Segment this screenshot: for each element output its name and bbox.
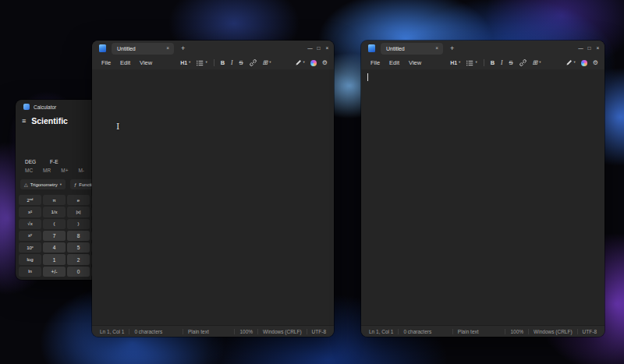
calc-key-1[interactable]: 1 <box>43 254 66 264</box>
status-line-ending: Windows (CRLF) <box>257 329 306 334</box>
minimize-button[interactable]: — <box>306 46 314 51</box>
status-bar-2: Ln 1, Col 1 0 characters Plain text 100%… <box>361 325 604 337</box>
chevron-down-icon: ▾ <box>269 61 271 65</box>
menu-view[interactable]: View <box>135 59 157 66</box>
list-button[interactable]: ▾ <box>197 60 207 66</box>
text-editor-area-2[interactable] <box>361 69 604 325</box>
calc-key-reciprocal[interactable]: 1/x <box>43 207 66 217</box>
memory-add-button[interactable]: M+ <box>61 168 68 175</box>
calc-key-abs[interactable]: |x| <box>67 207 90 217</box>
new-tab-button[interactable]: + <box>450 45 454 52</box>
maximize-button[interactable]: □ <box>585 46 594 51</box>
calculator-app-icon <box>23 104 30 110</box>
heading-style-button[interactable]: H1 ▾ <box>180 60 190 65</box>
toolbar-divider <box>484 59 484 66</box>
tab-close-icon[interactable]: × <box>434 46 440 51</box>
menu-file[interactable]: File <box>366 59 385 66</box>
memory-recall-button[interactable]: MR <box>43 168 51 175</box>
toolbar-right-group: ▾ ⚙ <box>566 59 598 66</box>
bold-button[interactable]: B <box>491 60 495 66</box>
calc-key-open-paren[interactable]: ( <box>43 219 66 229</box>
calc-key-7[interactable]: 7 <box>43 231 66 241</box>
formatting-toolbar: H1 ▾ ▾ B I S <box>180 59 271 66</box>
tab-close-icon[interactable]: × <box>165 46 171 51</box>
formatting-toggle-button[interactable]: ▾ <box>566 59 576 66</box>
formatting-toggle-button[interactable]: ▾ <box>295 59 305 66</box>
chevron-down-icon: ▾ <box>189 61 190 65</box>
table-button[interactable]: ⊞ ▾ <box>533 60 541 66</box>
strikethrough-button[interactable]: S <box>509 60 513 66</box>
calc-key-5[interactable]: 5 <box>67 242 90 253</box>
settings-gear-icon[interactable]: ⚙ <box>322 60 328 66</box>
status-line-ending: Windows (CRLF) <box>528 329 576 334</box>
mouse-ibeam-cursor: I <box>116 122 119 132</box>
calc-key-power[interactable]: xʸ <box>19 231 41 241</box>
titlebar-1[interactable]: Untitled × + — □ × <box>92 41 334 56</box>
tab-untitled-1[interactable]: Untitled × <box>112 43 174 55</box>
memory-subtract-button[interactable]: M- <box>78 168 84 175</box>
new-tab-button[interactable]: + <box>181 45 185 52</box>
calc-key-ln[interactable]: ln <box>19 267 41 277</box>
calc-key-4[interactable]: 4 <box>43 242 66 253</box>
heading-style-button[interactable]: H1 ▾ <box>450 60 460 65</box>
menu-edit[interactable]: Edit <box>115 59 135 66</box>
calc-key-e[interactable]: e <box>67 195 90 205</box>
notepad-app-icon <box>368 44 375 52</box>
memory-clear-button[interactable]: MC <box>25 168 33 175</box>
copilot-icon[interactable] <box>310 60 317 66</box>
calc-key-8[interactable]: 8 <box>67 231 90 241</box>
tab-untitled-2[interactable]: Untitled × <box>381 43 443 55</box>
trigonometry-label: Trigonometry <box>30 182 58 187</box>
status-doc-format: Plain text <box>183 329 214 334</box>
status-bar-1: Ln 1, Col 1 0 characters Plain text 100%… <box>92 325 334 337</box>
close-button[interactable]: × <box>323 46 332 51</box>
copilot-icon[interactable] <box>581 60 587 66</box>
notepad-app-icon <box>99 44 106 52</box>
settings-gear-icon[interactable]: ⚙ <box>593 60 598 66</box>
status-char-count: 0 characters <box>129 329 167 334</box>
calc-key-square[interactable]: x² <box>19 207 41 217</box>
navigation-menu-icon[interactable]: ≡ <box>22 118 26 125</box>
chevron-down-icon: ▾ <box>475 61 477 65</box>
strikethrough-button[interactable]: S <box>239 60 243 66</box>
link-button[interactable] <box>250 59 257 66</box>
close-button[interactable]: × <box>594 46 602 51</box>
calc-key-sqrt[interactable]: √x <box>19 219 41 229</box>
calc-key-negate[interactable]: +/- <box>43 267 66 277</box>
menu-edit[interactable]: Edit <box>385 59 404 66</box>
menu-file[interactable]: File <box>97 59 115 66</box>
list-button[interactable]: ▾ <box>466 60 477 66</box>
chevron-down-icon: ▾ <box>574 61 576 65</box>
menu-view[interactable]: View <box>404 59 426 66</box>
calc-key-2nd[interactable]: 2ⁿᵈ <box>19 195 41 205</box>
calc-key-log[interactable]: log <box>19 254 41 264</box>
fe-button[interactable]: F-E <box>50 159 58 164</box>
pen-icon <box>566 59 573 66</box>
chevron-down-icon: ▾ <box>205 61 207 65</box>
maximize-button[interactable]: □ <box>314 46 323 51</box>
calc-key-0[interactable]: 0 <box>67 267 90 277</box>
calculator-title: Calculator <box>34 104 56 110</box>
deg-button[interactable]: DEG <box>25 159 36 164</box>
trigonometry-dropdown[interactable]: △ Trigonometry ▾ <box>20 179 66 189</box>
italic-button[interactable]: I <box>231 60 233 66</box>
status-zoom[interactable]: 100% <box>505 329 528 334</box>
minimize-button[interactable]: — <box>576 46 585 51</box>
link-button[interactable] <box>519 59 526 66</box>
status-char-count: 0 characters <box>398 329 436 334</box>
table-icon: ⊞ <box>263 60 268 66</box>
chevron-down-icon: ▾ <box>539 61 541 65</box>
status-zoom[interactable]: 100% <box>234 329 257 334</box>
titlebar-2[interactable]: Untitled × + — □ × <box>361 41 604 56</box>
table-button[interactable]: ⊞ ▾ <box>263 60 271 66</box>
toolbar-divider <box>214 59 214 66</box>
calc-key-2[interactable]: 2 <box>67 254 90 264</box>
calc-key-pi[interactable]: π <box>43 195 66 205</box>
text-editor-area-1[interactable] <box>92 69 334 325</box>
italic-button[interactable]: I <box>501 60 503 66</box>
bold-button[interactable]: B <box>221 60 225 66</box>
text-caret <box>367 73 368 81</box>
chevron-down-icon: ▾ <box>459 61 460 65</box>
calc-key-10x[interactable]: 10ˣ <box>19 242 41 253</box>
calc-key-close-paren[interactable]: ) <box>67 219 90 229</box>
